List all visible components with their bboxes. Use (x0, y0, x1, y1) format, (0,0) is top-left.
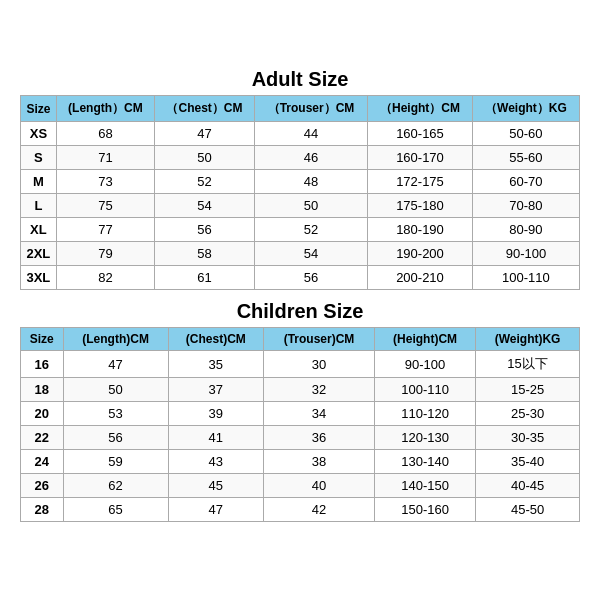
table-cell: 37 (168, 378, 263, 402)
table-cell: 47 (168, 498, 263, 522)
table-cell: 24 (21, 450, 64, 474)
table-row: 1647353090-10015以下 (21, 351, 580, 378)
table-cell: 68 (56, 122, 154, 146)
table-row: 26624540140-15040-45 (21, 474, 580, 498)
table-cell: S (21, 146, 57, 170)
table-cell: 44 (254, 122, 367, 146)
table-row: XL775652180-19080-90 (21, 218, 580, 242)
table-cell: 18 (21, 378, 64, 402)
table-cell: 54 (155, 194, 255, 218)
table-cell: 62 (63, 474, 168, 498)
table-cell: 16 (21, 351, 64, 378)
table-cell: 50 (63, 378, 168, 402)
table-cell: XS (21, 122, 57, 146)
adult-title: Adult Size (20, 68, 580, 91)
table-cell: 35 (168, 351, 263, 378)
table-row: 20533934110-12025-30 (21, 402, 580, 426)
table-cell: 45-50 (476, 498, 580, 522)
table-cell: 15以下 (476, 351, 580, 378)
table-cell: 40 (263, 474, 374, 498)
table-cell: 42 (263, 498, 374, 522)
table-cell: 43 (168, 450, 263, 474)
main-container: Adult Size Size(Length）CM（Chest）CM（Trous… (10, 58, 590, 542)
table-cell: 34 (263, 402, 374, 426)
table-cell: 47 (63, 351, 168, 378)
table-cell: 77 (56, 218, 154, 242)
table-cell: M (21, 170, 57, 194)
table-cell: XL (21, 218, 57, 242)
table-cell: 175-180 (368, 194, 473, 218)
table-row: 2XL795854190-20090-100 (21, 242, 580, 266)
table-cell: 25-30 (476, 402, 580, 426)
children-header-row: Size(Length)CM(Chest)CM(Trouser)CM(Heigh… (21, 328, 580, 351)
table-cell: 100-110 (472, 266, 579, 290)
children-table: Size(Length)CM(Chest)CM(Trouser)CM(Heigh… (20, 327, 580, 522)
table-cell: 73 (56, 170, 154, 194)
table-cell: 52 (155, 170, 255, 194)
table-cell: 52 (254, 218, 367, 242)
adult-tbody: XS684744160-16550-60S715046160-17055-60M… (21, 122, 580, 290)
table-cell: 180-190 (368, 218, 473, 242)
table-cell: 15-25 (476, 378, 580, 402)
adult-header-row: Size(Length）CM（Chest）CM（Trouser）CM（Heigh… (21, 96, 580, 122)
table-cell: 58 (155, 242, 255, 266)
table-row: L755450175-18070-80 (21, 194, 580, 218)
children-header-cell: (Trouser)CM (263, 328, 374, 351)
table-cell: 120-130 (374, 426, 475, 450)
table-cell: 140-150 (374, 474, 475, 498)
table-cell: 48 (254, 170, 367, 194)
table-row: 18503732100-11015-25 (21, 378, 580, 402)
table-row: 3XL826156200-210100-110 (21, 266, 580, 290)
adult-header-cell: （Trouser）CM (254, 96, 367, 122)
table-cell: 26 (21, 474, 64, 498)
table-row: XS684744160-16550-60 (21, 122, 580, 146)
adult-header-cell: （Chest）CM (155, 96, 255, 122)
table-row: S715046160-17055-60 (21, 146, 580, 170)
table-cell: 71 (56, 146, 154, 170)
table-cell: 28 (21, 498, 64, 522)
table-cell: 59 (63, 450, 168, 474)
table-cell: 35-40 (476, 450, 580, 474)
table-row: 28654742150-16045-50 (21, 498, 580, 522)
table-cell: 50 (254, 194, 367, 218)
table-cell: 100-110 (374, 378, 475, 402)
table-cell: 22 (21, 426, 64, 450)
adult-header-cell: （Height）CM (368, 96, 473, 122)
table-cell: 50 (155, 146, 255, 170)
adult-header-cell: （Weight）KG (472, 96, 579, 122)
table-cell: 80-90 (472, 218, 579, 242)
table-cell: 30-35 (476, 426, 580, 450)
table-cell: 75 (56, 194, 154, 218)
table-cell: 61 (155, 266, 255, 290)
table-cell: 53 (63, 402, 168, 426)
adult-header-cell: (Length）CM (56, 96, 154, 122)
table-cell: 38 (263, 450, 374, 474)
table-cell: 172-175 (368, 170, 473, 194)
adult-table: Size(Length）CM（Chest）CM（Trouser）CM（Heigh… (20, 95, 580, 290)
table-row: 24594338130-14035-40 (21, 450, 580, 474)
table-cell: 110-120 (374, 402, 475, 426)
table-cell: 32 (263, 378, 374, 402)
table-cell: 46 (254, 146, 367, 170)
table-cell: 130-140 (374, 450, 475, 474)
table-cell: 90-100 (374, 351, 475, 378)
table-cell: 2XL (21, 242, 57, 266)
table-cell: 50-60 (472, 122, 579, 146)
table-cell: 90-100 (472, 242, 579, 266)
table-cell: 160-170 (368, 146, 473, 170)
table-cell: 160-165 (368, 122, 473, 146)
table-cell: 55-60 (472, 146, 579, 170)
children-title: Children Size (20, 300, 580, 323)
table-row: M735248172-17560-70 (21, 170, 580, 194)
table-cell: 40-45 (476, 474, 580, 498)
table-cell: 56 (155, 218, 255, 242)
adult-header-cell: Size (21, 96, 57, 122)
table-row: 22564136120-13030-35 (21, 426, 580, 450)
table-cell: 56 (254, 266, 367, 290)
children-header-cell: (Chest)CM (168, 328, 263, 351)
table-cell: 47 (155, 122, 255, 146)
table-cell: 30 (263, 351, 374, 378)
table-cell: 41 (168, 426, 263, 450)
children-header-cell: (Weight)KG (476, 328, 580, 351)
table-cell: 65 (63, 498, 168, 522)
